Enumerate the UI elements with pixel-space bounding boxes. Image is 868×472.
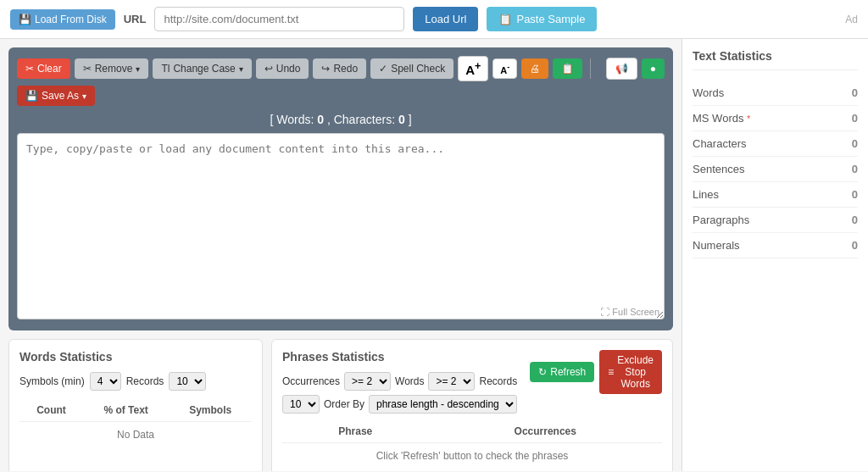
phrases-stats-table: Phrase Occurrences Click 'Refresh' butto… xyxy=(282,420,662,469)
copy-button[interactable]: 📋 xyxy=(553,58,582,79)
remove-label: Remove xyxy=(95,63,133,75)
no-data-cell: No Data xyxy=(19,422,252,448)
table-row: Click 'Refresh' button to check the phra… xyxy=(282,443,662,469)
stat-row: Lines 0 xyxy=(693,182,858,208)
center-panel: ✂ Clear ✂ Remove Tl Change Case ↩ Undo ↪ xyxy=(0,39,682,471)
paste-sample-label: Paste Sample xyxy=(516,13,585,25)
clear-button[interactable]: ✂ Clear xyxy=(17,58,70,79)
change-case-icon: Tl xyxy=(161,63,170,75)
load-url-button[interactable]: Load Url xyxy=(413,7,478,31)
symbols-min-label: Symbols (min) xyxy=(19,375,85,387)
spell-check-label: Spell Check xyxy=(391,63,445,75)
word-count-close: ] xyxy=(409,113,412,126)
clear-label: Clear xyxy=(37,63,62,75)
text-editor[interactable] xyxy=(17,133,665,319)
undo-label: Undo xyxy=(276,63,301,75)
main-layout: ✂ Clear ✂ Remove Tl Change Case ↩ Undo ↪ xyxy=(0,39,868,471)
stat-label: Lines xyxy=(693,188,719,201)
click-refresh-cell: Click 'Refresh' button to check the phra… xyxy=(282,443,662,469)
undo-button[interactable]: ↩ Undo xyxy=(256,58,309,79)
stat-row: Characters 0 xyxy=(693,131,858,157)
stat-row: Sentences 0 xyxy=(693,157,858,182)
disk-icon: 💾 xyxy=(19,14,31,25)
table-row: No Data xyxy=(19,422,252,448)
url-input[interactable] xyxy=(154,7,404,31)
print-button[interactable]: 🖨 xyxy=(521,58,548,79)
phrases-stats-title: Phrases Statistics xyxy=(282,350,530,364)
refresh-button[interactable]: ↻ Refresh xyxy=(530,362,594,382)
stat-label: Characters xyxy=(693,137,747,150)
stat-value: 0 xyxy=(852,112,858,125)
stat-label: Numerals xyxy=(693,239,740,252)
fullscreen-icon: ⛶ xyxy=(600,307,609,317)
editor-wrapper: ⛶ Full Screen xyxy=(17,133,665,322)
occurrences-select[interactable]: >= 2>= 3>= 5 xyxy=(344,372,391,391)
stat-row: MS Words * 0 xyxy=(693,106,858,131)
phrases-controls: Occurrences >= 2>= 3>= 5 Words >= 2>= 3 … xyxy=(282,372,530,414)
stat-row: Words 0 xyxy=(693,81,858,106)
font-decrease-button[interactable]: A- xyxy=(492,58,517,80)
paste-sample-button[interactable]: 📋 Paste Sample xyxy=(487,7,597,31)
redo-button[interactable]: ↪ Redo xyxy=(313,58,366,79)
words-stats-controls: Symbols (min) 4235 Records 102050 xyxy=(19,372,252,391)
col-phrase-header: Phrase xyxy=(282,420,429,443)
save-as-button[interactable]: 💾 Save As xyxy=(17,86,95,106)
megaphone-button[interactable]: 📢 xyxy=(606,58,637,80)
stat-label: Words xyxy=(693,86,724,99)
green-circle-button[interactable]: ● xyxy=(642,58,665,79)
toolbar-separator xyxy=(590,58,591,79)
spell-icon: ✓ xyxy=(379,63,387,75)
records-phrase-select[interactable]: 102050 xyxy=(282,395,320,414)
refresh-icon: ↻ xyxy=(538,366,547,378)
symbols-min-select[interactable]: 4235 xyxy=(90,372,121,391)
words-filter-label: Words xyxy=(395,375,424,387)
copy-icon: 📋 xyxy=(561,63,574,75)
stat-label: Sentences xyxy=(693,163,744,175)
save-as-label: Save As xyxy=(42,90,79,102)
url-label: URL xyxy=(124,13,147,25)
change-case-button[interactable]: Tl Change Case xyxy=(153,58,251,79)
order-by-label: Order By xyxy=(324,398,364,410)
print-icon: 🖨 xyxy=(530,63,540,75)
characters-label: Characters: xyxy=(334,113,395,126)
stat-value: 0 xyxy=(852,163,858,175)
words-stats-panel: Words Statistics Symbols (min) 4235 Reco… xyxy=(8,339,263,471)
order-by-select[interactable]: phrase length - descending occurrences -… xyxy=(369,395,517,414)
font-increase-button[interactable]: A+ xyxy=(458,56,488,81)
word-count-open: [ Words: xyxy=(270,113,314,126)
records-phrase-label: Records xyxy=(479,375,517,387)
col-symbols-header: Symbols xyxy=(169,399,252,422)
fullscreen-button[interactable]: ⛶ Full Screen xyxy=(600,307,659,317)
load-from-disk-button[interactable]: 💾 Load From Disk xyxy=(10,9,115,30)
megaphone-icon: 📢 xyxy=(615,63,628,75)
fullscreen-label: Full Screen xyxy=(612,307,659,317)
phrases-toolbar: ↻ Refresh ≡ Exclude Stop Words xyxy=(530,350,662,394)
phrases-stats-panel: Phrases Statistics Occurrences >= 2>= 3>… xyxy=(271,339,673,471)
scissors-icon: ✂ xyxy=(25,63,34,75)
toolbar: ✂ Clear ✂ Remove Tl Change Case ↩ Undo ↪ xyxy=(17,56,665,106)
phrases-header: Phrases Statistics Occurrences >= 2>= 3>… xyxy=(282,350,662,414)
load-from-disk-label: Load From Disk xyxy=(35,14,107,25)
refresh-label: Refresh xyxy=(550,366,586,378)
stat-value: 0 xyxy=(852,188,858,201)
ad-placeholder-top: Ad xyxy=(845,14,858,25)
characters-count-value: 0 xyxy=(398,113,405,126)
words-stats-table: Count % of Text Symbols No Data xyxy=(19,399,252,447)
save-icon: 💾 xyxy=(25,90,38,102)
words-filter-select[interactable]: >= 2>= 3 xyxy=(428,372,475,391)
stat-value: 0 xyxy=(852,137,858,150)
occurrences-label: Occurrences xyxy=(282,375,340,387)
paste-icon: 📋 xyxy=(498,13,512,25)
spell-check-button[interactable]: ✓ Spell Check xyxy=(370,58,453,79)
text-statistics-title: Text Statistics xyxy=(693,49,858,70)
remove-button[interactable]: ✂ Remove xyxy=(75,58,149,79)
stats-panels: Words Statistics Symbols (min) 4235 Reco… xyxy=(8,339,673,471)
words-stats-title: Words Statistics xyxy=(19,350,252,364)
records-select[interactable]: 102050 xyxy=(169,372,206,391)
undo-icon: ↩ xyxy=(264,63,273,75)
exclude-stop-words-button[interactable]: ≡ Exclude Stop Words xyxy=(599,350,662,394)
stat-row: Paragraphs 0 xyxy=(693,208,858,233)
stat-label: MS Words * xyxy=(693,112,750,125)
stat-value: 0 xyxy=(852,214,858,226)
stat-row: Numerals 0 xyxy=(693,233,858,258)
